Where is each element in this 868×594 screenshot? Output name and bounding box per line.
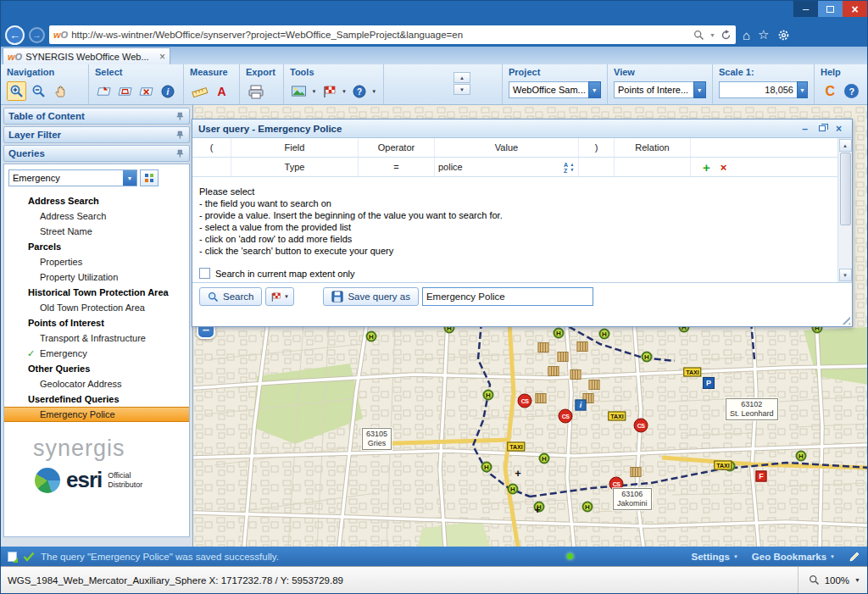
caret-down-icon[interactable]: ▼ [854, 577, 860, 583]
delete-row-icon[interactable]: × [721, 161, 727, 174]
add-row-icon[interactable]: + [703, 160, 710, 175]
relation-cell[interactable] [615, 158, 691, 176]
query-tree-item[interactable]: Geolocator Address [4, 376, 189, 391]
home-icon[interactable]: ⌂ [743, 28, 750, 42]
operator-cell[interactable]: = [359, 158, 435, 176]
caret-down-icon[interactable]: ▼ [797, 81, 808, 98]
query-tree-item[interactable]: Other Queries [4, 361, 189, 376]
map-extent-checkbox[interactable] [199, 268, 210, 279]
query-tree-item[interactable]: Emergency Police [4, 407, 189, 422]
forward-button[interactable]: → [29, 27, 45, 43]
value-sort-icon[interactable]: AZ [564, 161, 575, 174]
search-button[interactable]: Search [199, 287, 262, 306]
caret-down-icon[interactable]: ▼ [311, 89, 318, 94]
select-rectangle-button[interactable] [95, 81, 114, 101]
clear-selection-button[interactable] [137, 81, 156, 101]
spatial-search-button[interactable]: ▼ [265, 287, 294, 306]
caret-down-icon[interactable]: ▼ [123, 170, 136, 186]
query-tree-item[interactable]: Old Town Protection Area [4, 300, 189, 315]
redlining-button[interactable] [320, 81, 338, 101]
caret-down-icon[interactable]: ▼ [341, 89, 348, 94]
settings-menu[interactable]: Settings▼ [692, 552, 738, 562]
save-query-name-input[interactable] [422, 287, 593, 306]
query-tree-item[interactable]: ✓Emergency [4, 346, 189, 361]
open-bracket-cell[interactable] [192, 158, 231, 176]
window-close-button[interactable]: × [843, 1, 867, 17]
query-manager-button[interactable] [140, 169, 159, 186]
maptip-help-icon: ? [353, 85, 366, 98]
pin-icon[interactable] [175, 149, 185, 158]
window-minimize-button[interactable]: – [793, 1, 818, 17]
url-text[interactable]: http://w-ws-wintner/WebOffice/synserver?… [71, 30, 690, 40]
value-text[interactable]: police [438, 162, 564, 172]
maptip-button[interactable]: ? [350, 81, 369, 101]
field-cell[interactable]: Type [231, 158, 359, 176]
dialog-minimize-button[interactable]: – [798, 122, 812, 135]
pan-hand-icon [53, 84, 68, 98]
query-tree-item[interactable]: Properties [4, 254, 189, 269]
query-tree-item[interactable]: Points of Interest [4, 315, 189, 330]
dialog-resize-grip[interactable] [839, 314, 850, 325]
query-tree-item[interactable]: Historical Town Protection Area [4, 285, 189, 300]
pin-icon[interactable] [175, 112, 185, 121]
settings-gear-icon[interactable] [777, 29, 790, 42]
add-label-button[interactable]: A [212, 81, 231, 101]
refresh-icon[interactable] [721, 30, 732, 41]
close-bracket-cell[interactable] [579, 158, 615, 176]
zoom-in-button[interactable] [7, 81, 26, 101]
dialog-scrollbar[interactable]: ▲ ▼ [837, 138, 852, 282]
select-polygon-icon [118, 85, 134, 98]
browser-tab[interactable]: wO SYNERGIS WebOffice Web... × [3, 47, 170, 64]
toolbar-collapse-up-button[interactable]: ▲ [453, 72, 470, 83]
redline-pencil-icon[interactable] [849, 551, 860, 563]
toolbar-collapse-down-button[interactable]: ▼ [453, 84, 470, 95]
scale-input[interactable] [719, 81, 797, 98]
zoom-out-button[interactable] [29, 81, 48, 101]
browser-zoom-control[interactable]: 100% ▼ [798, 567, 860, 593]
address-dropdown-icon[interactable]: ▼ [709, 32, 715, 38]
query-tree-item[interactable]: Userdefined Queries [4, 391, 189, 407]
scrollbar-thumb[interactable] [840, 153, 851, 225]
caret-down-icon[interactable]: ▼ [370, 89, 377, 94]
geo-bookmarks-menu[interactable]: Geo Bookmarks▼ [752, 552, 835, 562]
scroll-down-icon[interactable]: ▼ [839, 269, 852, 281]
dialog-restore-button[interactable] [815, 122, 829, 135]
query-category-select[interactable]: Emergency ▼ [8, 169, 137, 186]
query-tree-item[interactable]: Street Name [4, 224, 189, 239]
query-tree-item[interactable]: Transport & Infrastructure [4, 330, 189, 346]
measure-distance-button[interactable] [190, 81, 209, 101]
tab-close-icon[interactable]: × [159, 51, 165, 63]
address-bar[interactable]: wO http://w-ws-wintner/WebOffice/synserv… [49, 25, 736, 44]
pan-button[interactable] [51, 81, 70, 101]
back-button[interactable]: ← [5, 25, 25, 45]
map-marker-stop-icon: H [582, 502, 593, 513]
help-button[interactable]: ? [843, 81, 862, 101]
caret-down-icon[interactable]: ▼ [693, 81, 706, 98]
favorites-icon[interactable]: ☆ [758, 27, 769, 42]
view-dropdown[interactable]: Points of Intere... ▼ [614, 81, 706, 98]
query-tree-item[interactable]: Parcels [4, 239, 189, 254]
save-query-button[interactable]: Save query as [323, 287, 419, 306]
contact-button[interactable]: C [821, 81, 840, 101]
restore-icon [819, 125, 826, 131]
user-query-dialog: User query - Emergency Police – × ( Fiel… [192, 119, 853, 327]
query-tree-item[interactable]: Address Search [4, 193, 189, 208]
select-polygon-button[interactable] [116, 81, 135, 101]
panel-layer-filter[interactable]: Layer Filter [3, 126, 190, 143]
dialog-titlebar[interactable]: User query - Emergency Police – × [192, 119, 852, 138]
identify-button[interactable]: i [159, 81, 177, 101]
caret-down-icon[interactable]: ▼ [588, 81, 601, 98]
scroll-up-icon[interactable]: ▲ [839, 139, 852, 152]
window-maximize-button[interactable] [818, 1, 843, 17]
search-icon[interactable] [693, 30, 704, 41]
pin-icon[interactable] [175, 130, 185, 140]
query-tree-item[interactable]: Address Search [4, 208, 189, 224]
project-dropdown[interactable]: WebOffice Sam... ▼ [509, 81, 601, 98]
screenshot-button[interactable] [290, 81, 309, 101]
panel-queries[interactable]: Queries [3, 145, 190, 162]
value-cell[interactable]: police AZ [435, 158, 579, 176]
dialog-close-button[interactable]: × [832, 122, 846, 135]
query-tree-item[interactable]: Property Utilization [4, 269, 189, 285]
print-button[interactable] [246, 81, 265, 101]
panel-table-of-content[interactable]: Table of Content [3, 108, 190, 125]
